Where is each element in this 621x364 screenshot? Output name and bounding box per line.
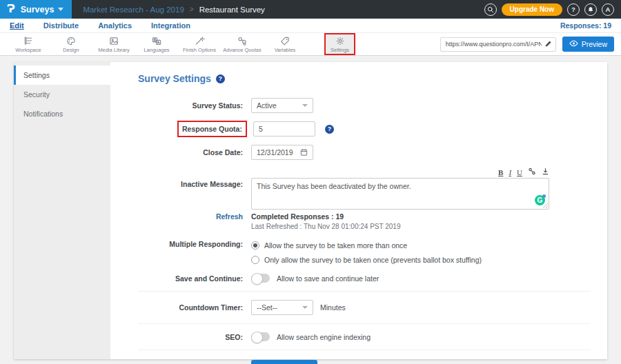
last-refreshed: Last Refreshed : Thu Nov 28 01:00:24 PST… xyxy=(251,223,400,230)
divider xyxy=(138,323,591,324)
save-and-continue-row: Save and Continue: Allow to save and con… xyxy=(138,274,591,283)
gear-icon xyxy=(335,36,346,46)
toolbar-item-design[interactable]: Design xyxy=(50,36,92,53)
palette-icon xyxy=(66,36,77,46)
countdown-timer-select[interactable]: --Set-- xyxy=(251,300,313,315)
chevron-down-icon xyxy=(58,8,63,11)
eye-icon xyxy=(569,40,578,48)
multiple-responding-label: Multiple Responding: xyxy=(138,240,243,248)
survey-status-row: Survey Status: Active xyxy=(138,98,591,113)
radio-option-once[interactable]: Only allow the survey to be taken once (… xyxy=(251,256,482,264)
countdown-minutes-text: Minutes xyxy=(320,303,346,312)
search-button[interactable] xyxy=(484,3,497,16)
format-underline-icon[interactable]: U xyxy=(517,168,522,176)
seo-toggle[interactable] xyxy=(251,332,270,341)
save-and-continue-text: Allow to save and continue later xyxy=(277,274,379,283)
response-quota-input[interactable]: 5 xyxy=(253,121,315,136)
countdown-timer-label: Countdown Timer: xyxy=(138,303,243,312)
chevron-down-icon xyxy=(302,104,308,107)
toolbar-item-media-library[interactable]: Media Library xyxy=(92,36,135,53)
refresh-row: Refresh Completed Responses : 19 Last Re… xyxy=(138,212,591,230)
account-avatar[interactable]: A xyxy=(602,3,614,16)
toolbar-item-advance-quotas[interactable]: Advance Quotas xyxy=(221,36,264,53)
image-icon xyxy=(108,36,119,46)
topbar-actions: Upgrade Now ? A xyxy=(484,3,621,16)
seo-label: SEO: xyxy=(138,333,243,341)
toolbar-item-workspace[interactable]: Workspace xyxy=(7,36,50,53)
breadcrumb-separator: > xyxy=(190,6,194,13)
topbar: Ɂ Surveys Market Research - Aug 2019 > R… xyxy=(0,0,621,19)
breadcrumb-parent[interactable]: Market Research - Aug 2019 xyxy=(83,6,184,14)
radio-unselected-icon[interactable] xyxy=(251,256,259,264)
edit-url-pencil-icon[interactable] xyxy=(544,40,552,49)
save-and-continue-toggle[interactable] xyxy=(251,274,270,283)
questionpro-logo-icon: Ɂ xyxy=(7,4,15,14)
format-link-icon[interactable] xyxy=(528,168,536,176)
divider xyxy=(138,291,591,292)
settings-sidebar: Settings Security Notifications xyxy=(14,62,110,359)
inactive-message-textarea[interactable]: This Survey has been deactivated by the … xyxy=(251,178,549,210)
chain-links-icon xyxy=(237,36,248,46)
resize-handle[interactable] xyxy=(543,203,548,208)
chevron-down-icon xyxy=(302,306,308,309)
completed-responses: Completed Responses : 19 xyxy=(251,212,400,221)
survey-url-value: https://www.questionpro.com/t/APNrfZ xyxy=(446,41,542,48)
surveys-menu[interactable]: Ɂ Surveys xyxy=(0,0,72,19)
format-bold-icon[interactable]: B xyxy=(498,168,503,176)
toolbar-item-finish-options[interactable]: Finish Options xyxy=(178,36,221,53)
close-date-label: Close Date: xyxy=(138,148,243,156)
countdown-timer-row: Countdown Timer: --Set-- Minutes xyxy=(138,300,591,315)
format-clear-icon[interactable] xyxy=(542,168,549,176)
divider xyxy=(138,350,591,350)
seo-row: SEO: Allow search engine indexing xyxy=(138,332,591,341)
nav-tab-distribute[interactable]: Distribute xyxy=(43,21,79,30)
save-changes-button[interactable]: Save Changes xyxy=(251,360,317,364)
sidebar-item-settings[interactable]: Settings xyxy=(14,65,110,85)
title-help-icon[interactable]: ? xyxy=(216,74,225,83)
toolbar-item-settings[interactable]: Settings xyxy=(324,33,355,55)
save-and-continue-label: Save and Continue: xyxy=(138,274,243,283)
nav-tab-edit[interactable]: Edit xyxy=(10,21,24,30)
response-quota-row: Response Quota: 5 ? xyxy=(138,121,591,137)
radio-selected-icon[interactable] xyxy=(251,241,259,250)
translate-icon xyxy=(151,36,162,46)
notifications-button[interactable] xyxy=(584,3,597,16)
settings-panel: Settings Security Notifications Survey S… xyxy=(14,62,607,359)
settings-content: Survey Settings ? Survey Status: Active … xyxy=(110,62,607,359)
nav-tab-analytics[interactable]: Analytics xyxy=(98,21,132,30)
response-stats: Completed Responses : 19 Last Refreshed … xyxy=(251,212,400,230)
nav-tab-integration[interactable]: Integration xyxy=(151,21,190,30)
toolbar-item-variables[interactable]: Variables xyxy=(264,36,306,53)
page-background: Settings Security Notifications Survey S… xyxy=(0,56,621,364)
survey-status-select[interactable]: Active xyxy=(251,98,313,113)
inactive-message-label: Inactive Message: xyxy=(138,168,243,188)
magic-wand-icon xyxy=(194,36,205,46)
inactive-message-row: Inactive Message: B I U This xyxy=(138,168,591,210)
responses-count[interactable]: Responses: 19 xyxy=(560,21,611,30)
toolbar-item-languages[interactable]: Languages xyxy=(135,36,178,53)
refresh-link[interactable]: Refresh xyxy=(138,212,243,221)
tag-icon xyxy=(279,36,290,46)
help-button[interactable]: ? xyxy=(567,3,580,16)
multiple-responding-row: Multiple Responding: Allow the survey to… xyxy=(138,240,591,264)
edit-toolbar: Workspace Design Media Library Languages… xyxy=(0,33,621,56)
survey-status-label: Survey Status: xyxy=(138,101,243,110)
upgrade-now-button[interactable]: Upgrade Now xyxy=(502,3,562,16)
preview-button[interactable]: Preview xyxy=(562,37,614,52)
breadcrumb: Market Research - Aug 2019 > Restaurant … xyxy=(83,6,264,14)
main-nav: Edit Distribute Analytics Integration Re… xyxy=(0,19,621,33)
product-label: Surveys xyxy=(21,5,64,14)
sidebar-item-security[interactable]: Security xyxy=(14,85,110,104)
response-quota-label: Response Quota: xyxy=(177,121,247,137)
workspace-icon xyxy=(23,36,34,46)
survey-url-field[interactable]: https://www.questionpro.com/t/APNrfZ xyxy=(440,37,556,52)
seo-text: Allow search engine indexing xyxy=(277,333,371,341)
format-italic-icon[interactable]: I xyxy=(509,168,511,176)
close-date-input[interactable]: 12/31/2019 xyxy=(251,145,313,160)
close-date-row: Close Date: 12/31/2019 xyxy=(138,145,591,160)
sidebar-item-notifications[interactable]: Notifications xyxy=(14,104,110,123)
breadcrumb-current: Restaurant Survey xyxy=(199,6,265,14)
page-title: Survey Settings ? xyxy=(138,73,591,84)
quota-help-icon[interactable]: ? xyxy=(325,125,334,134)
radio-option-multiple[interactable]: Allow the survey to be taken more than o… xyxy=(251,241,482,250)
